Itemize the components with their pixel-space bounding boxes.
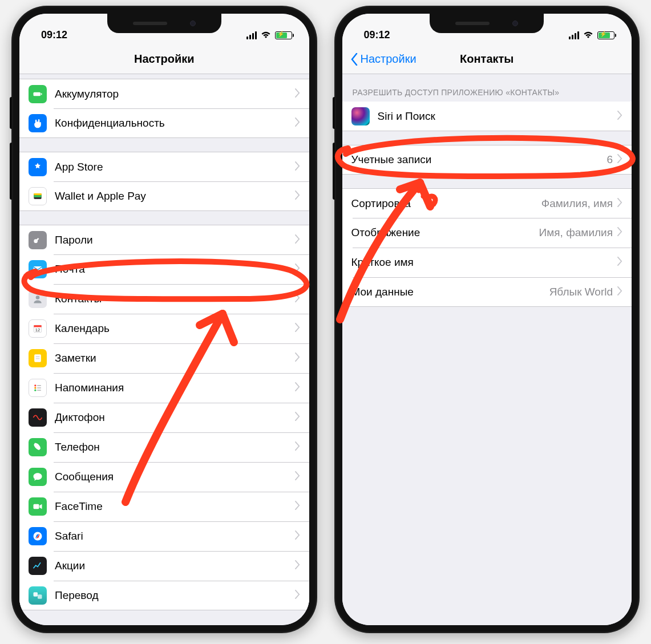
svg-rect-12: [34, 354, 41, 362]
chevron-right-icon: [295, 411, 300, 424]
chevron-right-icon: [617, 197, 622, 210]
siri-icon: [351, 107, 370, 125]
row-appstore[interactable]: App Store: [19, 152, 309, 181]
row-label: Отображение: [351, 226, 539, 239]
group-allow-access: РАЗРЕШИТЬ ДОСТУП ПРИЛОЖЕНИЮ «КОНТАКТЫ» S…: [342, 88, 632, 131]
row-label: Диктофон: [55, 411, 295, 424]
row-label: Аккумулятор: [55, 88, 295, 100]
chevron-right-icon: [295, 471, 300, 483]
row-mydata[interactable]: Мои данные Яблык World: [342, 277, 632, 307]
nav-title: Настройки: [134, 52, 195, 66]
svg-text:12: 12: [35, 327, 40, 333]
svg-rect-10: [34, 325, 41, 327]
nav-back-label: Настройки: [361, 52, 417, 66]
nav-back-button[interactable]: Настройки: [350, 52, 417, 66]
notch: [430, 14, 544, 33]
row-label: Перевод: [55, 589, 295, 602]
row-notes[interactable]: Заметки: [19, 343, 309, 373]
chevron-right-icon: [295, 352, 300, 364]
chevron-right-icon: [295, 382, 300, 394]
row-label: Заметки: [55, 352, 295, 364]
chevron-right-icon: [617, 153, 622, 166]
chevron-right-icon: [295, 322, 300, 335]
row-label: Телефон: [55, 441, 295, 453]
wifi-icon: [583, 29, 594, 41]
row-translate[interactable]: Перевод: [19, 581, 309, 610]
row-accounts[interactable]: Учетные записи 6: [342, 145, 632, 175]
facetime-icon: [29, 497, 47, 516]
group-battery-privacy: Аккумулятор Конфиденциальность: [19, 79, 309, 138]
row-calendar[interactable]: 12 Календарь: [19, 314, 309, 343]
translate-icon: [29, 586, 47, 605]
row-mail[interactable]: Почта: [19, 254, 309, 284]
svg-point-17: [34, 390, 36, 391]
group-accounts: Учетные записи 6: [342, 145, 632, 175]
chevron-right-icon: [295, 161, 300, 173]
status-time: 09:12: [364, 29, 390, 41]
battery-icon: [275, 31, 292, 39]
svg-point-15: [34, 384, 36, 386]
wallet-icon: [29, 187, 47, 205]
row-siri-search[interactable]: Siri и Поиск: [342, 102, 632, 131]
row-label: App Store: [55, 161, 295, 173]
row-shortname[interactable]: Краткое имя: [342, 248, 632, 277]
settings-content[interactable]: Аккумулятор Конфиденциальность App Store: [19, 74, 309, 625]
chevron-right-icon: [295, 500, 300, 513]
nav-bar: Настройки: [19, 44, 309, 74]
contacts-settings-content[interactable]: РАЗРЕШИТЬ ДОСТУП ПРИЛОЖЕНИЮ «КОНТАКТЫ» S…: [342, 74, 632, 625]
row-phone[interactable]: Телефон: [19, 432, 309, 462]
row-label: Сообщения: [55, 471, 295, 483]
row-detail: Фамилия, имя: [541, 197, 613, 210]
chevron-right-icon: [295, 589, 300, 602]
phone-icon: [29, 438, 47, 456]
chevron-right-icon: [617, 256, 622, 269]
chevron-right-icon: [295, 560, 300, 572]
row-label: Сортировка: [351, 197, 541, 210]
row-voicememos[interactable]: Диктофон: [19, 403, 309, 432]
section-header: РАЗРЕШИТЬ ДОСТУП ПРИЛОЖЕНИЮ «КОНТАКТЫ»: [342, 88, 632, 102]
chevron-right-icon: [295, 190, 300, 202]
svg-rect-4: [34, 195, 41, 197]
row-contacts[interactable]: Контакты: [19, 284, 309, 314]
chevron-right-icon: [295, 88, 300, 100]
row-display[interactable]: Отображение Имя, фамилия: [342, 218, 632, 248]
svg-rect-0: [34, 92, 41, 96]
svg-rect-24: [38, 594, 42, 599]
chevron-right-icon: [295, 530, 300, 542]
svg-rect-1: [41, 93, 42, 95]
row-wallet[interactable]: Wallet и Apple Pay: [19, 181, 309, 211]
group-display-settings: Сортировка Фамилия, имя Отображение Имя,…: [342, 188, 632, 307]
row-detail: Имя, фамилия: [539, 226, 613, 239]
row-sort[interactable]: Сортировка Фамилия, имя: [342, 188, 632, 218]
row-stocks[interactable]: Акции: [19, 551, 309, 581]
safari-icon: [29, 527, 47, 545]
row-messages[interactable]: Сообщения: [19, 462, 309, 492]
row-battery[interactable]: Аккумулятор: [19, 79, 309, 108]
row-facetime[interactable]: FaceTime: [19, 492, 309, 521]
battery-icon: [597, 31, 614, 39]
row-reminders[interactable]: Напоминания: [19, 373, 309, 403]
row-detail: 6: [606, 153, 613, 166]
row-label: Siri и Поиск: [378, 110, 618, 123]
nav-title: Контакты: [460, 52, 513, 66]
row-label: Краткое имя: [351, 256, 613, 269]
hand-icon: [29, 114, 47, 132]
chevron-right-icon: [617, 110, 622, 123]
wifi-icon: [260, 29, 272, 41]
row-label: Wallet и Apple Pay: [55, 190, 295, 202]
screen-left: 09:12 Настройки Аккумулятор: [19, 14, 309, 625]
phone-right: 09:12 Настройки Контакты РАЗРЕШИТЬ ДОСТУ…: [334, 6, 640, 633]
row-label: Напоминания: [55, 382, 295, 394]
group-appstore-wallet: App Store Wallet и Apple Pay: [19, 152, 309, 211]
cell-signal-icon: [246, 31, 257, 39]
row-label: Контакты: [55, 293, 295, 305]
nav-bar: Настройки Контакты: [342, 44, 632, 74]
reminders-icon: [29, 379, 47, 397]
row-privacy[interactable]: Конфиденциальность: [19, 108, 309, 138]
row-safari[interactable]: Safari: [19, 521, 309, 551]
svg-rect-21: [34, 504, 39, 509]
row-passwords[interactable]: Пароли: [19, 225, 309, 254]
row-label: Мои данные: [351, 286, 549, 298]
row-label: Пароли: [55, 234, 295, 246]
mail-icon: [29, 260, 47, 278]
